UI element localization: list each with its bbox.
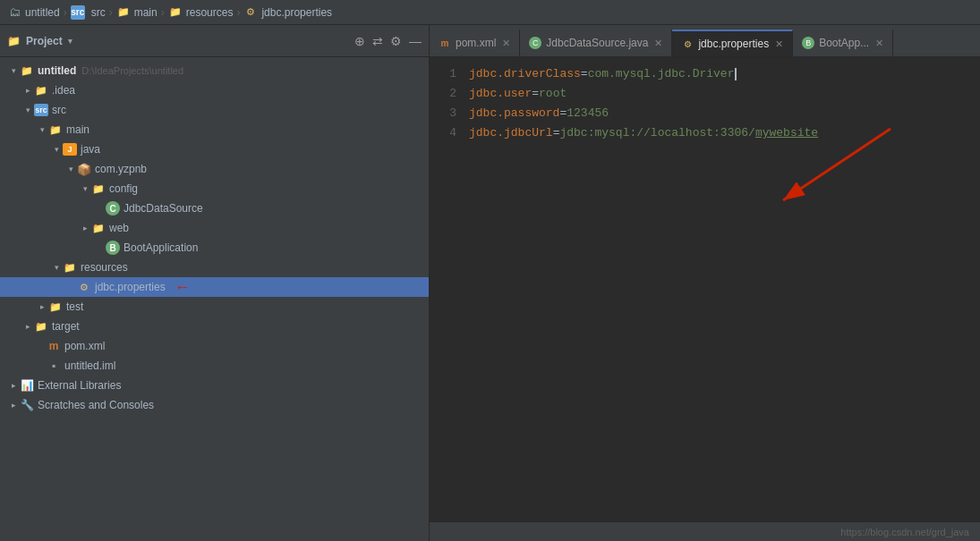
main-label: main	[134, 6, 158, 19]
label-main: main	[66, 123, 89, 136]
tree-item-external-libraries[interactable]: 📊 External Libraries	[0, 376, 429, 395]
tree-item-scratches[interactable]: 🔧 Scratches and Consoles	[0, 395, 429, 415]
tabs-bar: m pom.xml ✕ C JdbcDataSource.java ✕ ⚙ jd…	[430, 25, 980, 57]
code-area[interactable]: 1 2 3 4 jdbc.driverClass = com.mysql.jdb…	[430, 57, 980, 521]
label-src: src	[52, 104, 66, 116]
code-eq-2: =	[532, 84, 539, 104]
tree-item-pom[interactable]: m pom.xml	[0, 336, 429, 356]
label-iml: untitled.iml	[64, 359, 115, 372]
icon-jdbc-properties: ⚙	[77, 280, 91, 294]
tab-label-jdbc-properties: jdbc.properties	[698, 38, 769, 50]
tree-item-src[interactable]: src src	[0, 100, 429, 120]
tree-item-main[interactable]: 📁 main	[0, 120, 429, 139]
icon-pom: m	[47, 339, 61, 353]
code-val-2: root	[539, 84, 567, 104]
tab-close-jdbcdatasource[interactable]: ✕	[654, 38, 662, 49]
sidebar-title: 📁 Project ▾	[7, 35, 72, 47]
icon-main: 📁	[48, 123, 63, 137]
label-untitled: untitled	[38, 64, 76, 77]
code-eq-3: =	[559, 104, 567, 123]
code-line-2: jdbc.user = root	[469, 84, 980, 104]
src-breadcrumb-icon: src	[71, 5, 85, 20]
sidebar-dropdown-icon[interactable]: ▾	[68, 37, 72, 46]
tree-item-config[interactable]: 📁 config	[0, 179, 429, 199]
locate-icon[interactable]: ⊕	[354, 34, 365, 48]
icon-untitled: 📁	[20, 63, 34, 78]
label-java: java	[81, 143, 100, 156]
icon-web: 📁	[91, 221, 106, 235]
main-breadcrumb-icon: 📁	[116, 5, 131, 20]
file-label: jdbc.properties	[261, 6, 332, 19]
tab-jdbcdatasource[interactable]: C JdbcDataSource.java ✕	[520, 30, 672, 56]
icon-src: src	[34, 104, 48, 116]
arrow-com-yzpnb	[64, 163, 77, 175]
tree-item-untitled[interactable]: 📁 untitled D:\IdeaProjects\untitled	[0, 61, 429, 80]
label-pom: pom.xml	[64, 340, 105, 352]
tree-item-com-yzpnb[interactable]: 📦 com.yzpnb	[0, 159, 429, 179]
collapse-icon[interactable]: ⇄	[372, 34, 383, 48]
code-url-base: jdbc:mysql://localhost:3306/	[559, 123, 754, 143]
text-cursor	[735, 68, 737, 80]
label-web: web	[109, 222, 129, 234]
tab-close-pom[interactable]: ✕	[502, 38, 510, 49]
tab-bootapp[interactable]: B BootApp... ✕	[793, 30, 893, 56]
code-line-3: jdbc.password = 123456	[469, 104, 980, 123]
code-eq-4: =	[553, 123, 560, 143]
code-val-3: 123456	[567, 104, 609, 123]
tab-pom[interactable]: m pom.xml ✕	[430, 30, 520, 56]
code-content[interactable]: jdbc.driverClass = com.mysql.jdbc.Driver…	[465, 64, 980, 514]
sidebar-toolbar: 📁 Project ▾ ⊕ ⇄ ⚙ —	[0, 25, 429, 57]
icon-idea: 📁	[34, 83, 48, 97]
sidebar-title-label: Project	[26, 35, 63, 47]
tab-jdbc-properties[interactable]: ⚙ jdbc.properties ✕	[672, 30, 793, 56]
label-external-libraries: External Libraries	[38, 379, 121, 392]
breadcrumb: 🗂 untitled › src src › 📁 main › 📁 resour…	[7, 5, 332, 20]
project-icon: 🗂	[7, 5, 21, 20]
path-untitled: D:\IdeaProjects\untitled	[81, 65, 183, 76]
icon-bootapplication: B	[106, 241, 120, 255]
tree-item-jdbc-properties[interactable]: ⚙ jdbc.properties ←	[0, 277, 429, 297]
code-val-1: com.mysql.jdbc.Driver	[588, 64, 735, 84]
properties-breadcrumb-icon: ⚙	[243, 5, 258, 20]
icon-com-yzpnb: 📦	[77, 162, 91, 176]
icon-jdbcdatasource: C	[106, 201, 120, 216]
tree-item-target[interactable]: 📁 target	[0, 317, 429, 336]
code-url-link: mywebsite	[755, 123, 818, 143]
label-bootapplication: BootApplication	[124, 241, 198, 254]
tab-label-pom: pom.xml	[456, 37, 496, 49]
settings-icon[interactable]: ⚙	[390, 34, 402, 48]
tree-item-idea[interactable]: 📁 .idea	[0, 80, 429, 100]
project-tree: 📁 untitled D:\IdeaProjects\untitled 📁 .i…	[0, 57, 429, 541]
code-key-3: jdbc.password	[469, 104, 559, 123]
tree-item-iml[interactable]: ▪ untitled.iml	[0, 356, 429, 376]
tree-item-bootapplication[interactable]: B BootApplication	[0, 238, 429, 258]
arrow-untitled	[7, 64, 20, 77]
tree-item-java[interactable]: J java	[0, 139, 429, 159]
status-url: https://blog.csdn.net/grd_java	[840, 527, 969, 537]
label-scratches: Scratches and Consoles	[38, 399, 154, 411]
title-bar: 🗂 untitled › src src › 📁 main › 📁 resour…	[0, 0, 980, 25]
tree-item-test[interactable]: 📁 test	[0, 297, 429, 317]
close-sidebar-icon[interactable]: —	[409, 34, 422, 48]
tree-item-jdbcdatasource[interactable]: C JdbcDataSource	[0, 199, 429, 218]
arrow-test	[36, 300, 48, 313]
code-key-1: jdbc.driverClass	[469, 64, 581, 84]
arrow-idea	[21, 84, 34, 97]
arrow-java	[50, 143, 63, 156]
icon-scratches: 🔧	[20, 398, 34, 412]
tree-item-resources[interactable]: 📁 resources	[0, 258, 429, 277]
arrow-target	[21, 320, 34, 333]
label-test: test	[66, 300, 83, 313]
resources-label: resources	[186, 6, 234, 19]
sidebar-folder-icon: 📁	[7, 35, 21, 47]
status-bar: https://blog.csdn.net/grd_java	[430, 521, 980, 541]
editor-area: m pom.xml ✕ C JdbcDataSource.java ✕ ⚙ jd…	[430, 25, 980, 541]
arrow-main	[36, 123, 48, 136]
arrow-web	[79, 222, 91, 234]
tab-close-jdbc-properties[interactable]: ✕	[775, 38, 783, 50]
tab-close-bootapp[interactable]: ✕	[875, 38, 883, 49]
tree-item-web[interactable]: 📁 web	[0, 218, 429, 238]
icon-tab-jdbcdatasource: C	[529, 37, 541, 49]
label-jdbcdatasource: JdbcDataSource	[124, 202, 203, 215]
arrow-config	[79, 182, 91, 195]
